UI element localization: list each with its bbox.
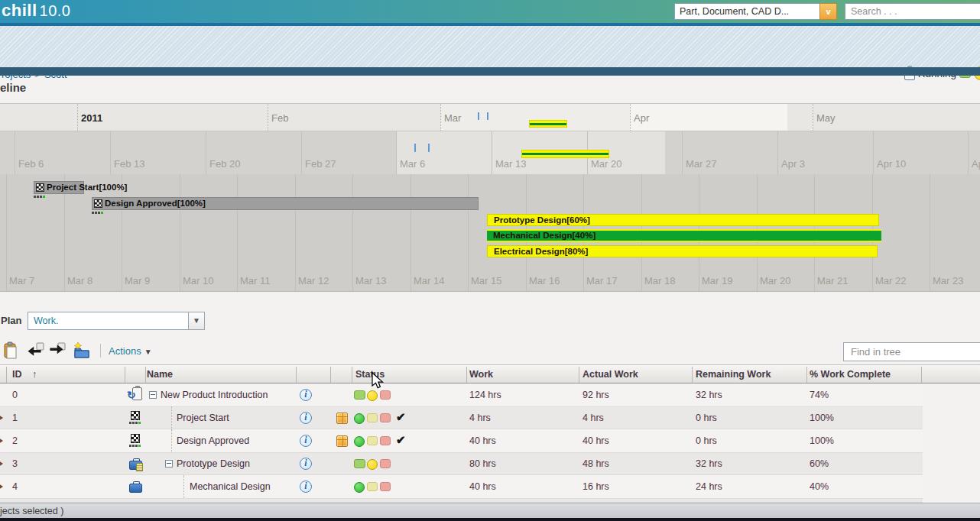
table-row[interactable]: 2Design Approvedi✔40 hrs40 hrs0 hrs100%: [0, 429, 980, 452]
week-label[interactable]: Mar 6: [400, 158, 425, 170]
task-icon: [128, 479, 144, 494]
status-red-muted-chip: [380, 482, 391, 491]
plan-icon: ↻: [128, 387, 144, 403]
global-search-input[interactable]: [845, 3, 980, 20]
day-boundary-line: [6, 174, 7, 292]
gantt-bar-label: Prototype Design[60%]: [494, 215, 590, 225]
table-row[interactable]: 1Project Starti✔4 hrs4 hrs0 hrs100%: [0, 406, 980, 429]
day-boundary-line: [468, 174, 469, 292]
week-label[interactable]: Apr 10: [877, 158, 906, 170]
milestone-flag-icon: [36, 183, 44, 192]
status-red-muted-chip: [380, 390, 391, 400]
actions-menu-button[interactable]: Actions▼: [109, 345, 152, 357]
find-in-tree-input[interactable]: [843, 342, 980, 361]
gantt-bar-label: Design Approved[100%]: [105, 199, 206, 208]
week-label[interactable]: Mar 27: [686, 158, 716, 170]
day-boundary-line: [410, 174, 411, 292]
plan-view-dropdown-button[interactable]: ▼: [188, 312, 205, 330]
column-header-work[interactable]: Work: [469, 369, 493, 380]
month-label[interactable]: Mar: [444, 112, 461, 124]
month-label[interactable]: May: [816, 112, 836, 124]
month-boundary-line: [813, 104, 813, 131]
gantt-bar-design-approved-100-[interactable]: Design Approved[100%]: [92, 197, 479, 210]
week-label[interactable]: Ap: [972, 158, 980, 170]
cell-actual-work: 16 hrs: [582, 481, 609, 492]
cell-actual-work: 4 hrs: [582, 413, 604, 423]
search-type-select[interactable]: Part, Document, CAD D...: [674, 3, 820, 20]
info-icon[interactable]: i: [300, 412, 312, 424]
month-label[interactable]: Apr: [634, 112, 649, 124]
paste-button[interactable]: [2, 341, 21, 360]
sort-ascending-icon[interactable]: ↑: [32, 369, 37, 380]
cell-name[interactable]: Mechanical Design: [190, 481, 271, 492]
column-header-id[interactable]: ID: [12, 369, 22, 380]
cell-name[interactable]: Design Approved: [177, 435, 249, 446]
search-type-dropdown-button[interactable]: v: [819, 3, 837, 20]
week-boundary-line: [396, 131, 397, 174]
gantt-bar-project-start-100-[interactable]: Project Start[100%]: [34, 181, 84, 194]
week-label[interactable]: Feb 20: [209, 158, 240, 170]
week-label[interactable]: Mar 20: [591, 158, 621, 170]
week-label[interactable]: Feb 27: [305, 158, 336, 170]
cell-work: 80 hrs: [469, 458, 496, 469]
cell-name[interactable]: Prototype Design: [177, 458, 250, 469]
column-header-actual-work[interactable]: Actual Work: [582, 369, 638, 380]
overview-milestone-tick: [428, 144, 430, 152]
status-green-bright-chip: [354, 482, 365, 493]
cell-remaining-work: 0 hrs: [696, 435, 717, 446]
day-label: Mar 17: [586, 275, 617, 286]
deliverable-flag-icon: [336, 435, 348, 447]
week-boundary-line: [206, 131, 206, 174]
month-boundary-line: [77, 104, 78, 131]
week-label[interactable]: Feb 13: [114, 158, 144, 170]
indent-task-button[interactable]: [47, 341, 66, 360]
column-divider: [6, 367, 7, 383]
bar-handle-dots: [34, 196, 45, 198]
week-label[interactable]: Feb 6: [18, 158, 44, 170]
column-divider: [296, 367, 297, 383]
gantt-bar-mechanical-design-40-[interactable]: Mechanical Design[40%]: [487, 229, 881, 242]
week-label[interactable]: Mar 13: [495, 158, 526, 170]
navigation-band: rojects>Scott Running: [0, 26, 980, 67]
new-task-button[interactable]: [72, 341, 90, 360]
cell-pct-complete: 40%: [810, 481, 829, 492]
table-row[interactable]: 3Prototype Designi80 hrs48 hrs32 hrs60%: [0, 452, 980, 475]
week-label[interactable]: Apr 3: [781, 158, 805, 170]
day-label: Mar 10: [183, 275, 213, 286]
gantt-bar-label: Mechanical Design[40%]: [493, 231, 595, 240]
column-header-remaining-work[interactable]: Remaining Work: [696, 369, 771, 380]
tree-guide-line: [183, 475, 184, 498]
gantt-bar-prototype-design-60-[interactable]: Prototype Design[60%]: [487, 214, 879, 226]
column-header-pct-work-complete[interactable]: % Work Complete: [810, 369, 891, 380]
table-row[interactable]: 0↻New Product Introductioni124 hrs92 hrs…: [0, 383, 980, 406]
status-yellow-bright-chip: [367, 390, 378, 401]
table-row[interactable]: 4Mechanical Designi40 hrs16 hrs24 hrs40%: [0, 475, 980, 498]
completed-check-icon: ✔: [396, 410, 406, 424]
column-header-name[interactable]: Name: [147, 369, 173, 380]
cell-name[interactable]: Project Start: [177, 413, 229, 423]
month-boundary-line: [440, 104, 441, 131]
info-icon[interactable]: i: [300, 458, 312, 470]
milestone-icon: [128, 433, 144, 448]
info-icon[interactable]: i: [300, 481, 312, 493]
collapse-toggle[interactable]: [165, 460, 173, 468]
cell-name[interactable]: New Product Introduction: [161, 390, 268, 400]
column-divider: [806, 367, 807, 383]
task-summary-icon: [128, 456, 144, 471]
day-boundary-line: [237, 174, 238, 292]
month-label[interactable]: Feb: [271, 112, 288, 124]
gantt-bar-electrical-design-80-[interactable]: Electrical Design[80%]: [487, 245, 878, 257]
cell-pct-complete: 100%: [810, 413, 834, 423]
milestone-icon: [128, 410, 144, 426]
info-icon[interactable]: i: [300, 435, 312, 447]
day-label: Mar 9: [125, 275, 150, 286]
column-divider: [579, 367, 579, 383]
month-label[interactable]: 2011: [81, 112, 102, 124]
cell-pct-complete: 100%: [810, 435, 834, 446]
gantt-bar-label: Project Start[100%]: [47, 183, 127, 192]
info-icon[interactable]: i: [300, 389, 312, 401]
plan-view-select[interactable]: Work.: [28, 312, 189, 330]
day-label: Mar 23: [933, 275, 963, 286]
collapse-toggle[interactable]: [149, 391, 157, 399]
outdent-task-button[interactable]: [26, 341, 44, 360]
